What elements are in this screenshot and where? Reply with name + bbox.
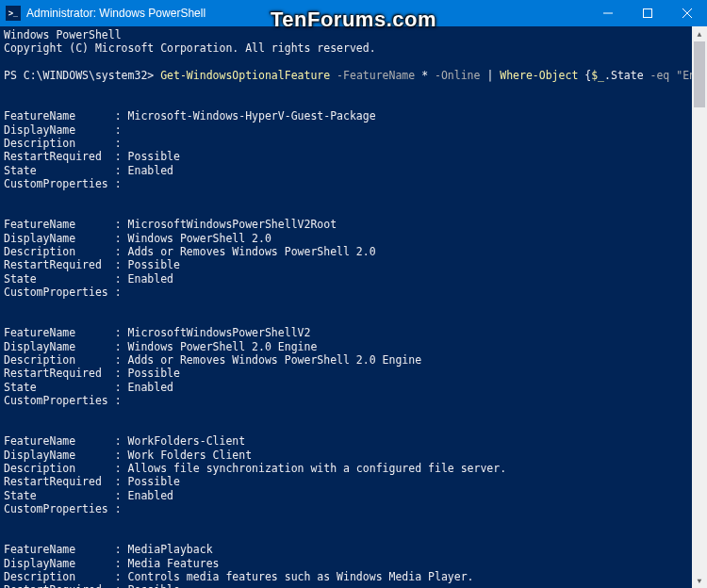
maximize-button[interactable] [628, 0, 667, 26]
window-title: Administrator: Windows PowerShell [26, 7, 206, 20]
powershell-icon: >_ [6, 6, 21, 21]
scroll-thumb[interactable] [694, 41, 705, 107]
minimize-button[interactable] [588, 0, 628, 26]
powershell-window: >_ Administrator: Windows PowerShell Win… [0, 0, 707, 588]
scroll-up-button[interactable]: ▲ [692, 26, 707, 41]
close-button[interactable] [667, 0, 707, 26]
terminal-output[interactable]: Windows PowerShell Copyright (C) Microso… [0, 26, 692, 588]
titlebar[interactable]: >_ Administrator: Windows PowerShell [0, 0, 707, 26]
svg-rect-1 [644, 9, 652, 18]
scroll-down-button[interactable]: ▼ [692, 573, 707, 588]
vertical-scrollbar[interactable]: ▲ ▼ [692, 26, 707, 588]
scroll-track[interactable] [692, 41, 707, 573]
